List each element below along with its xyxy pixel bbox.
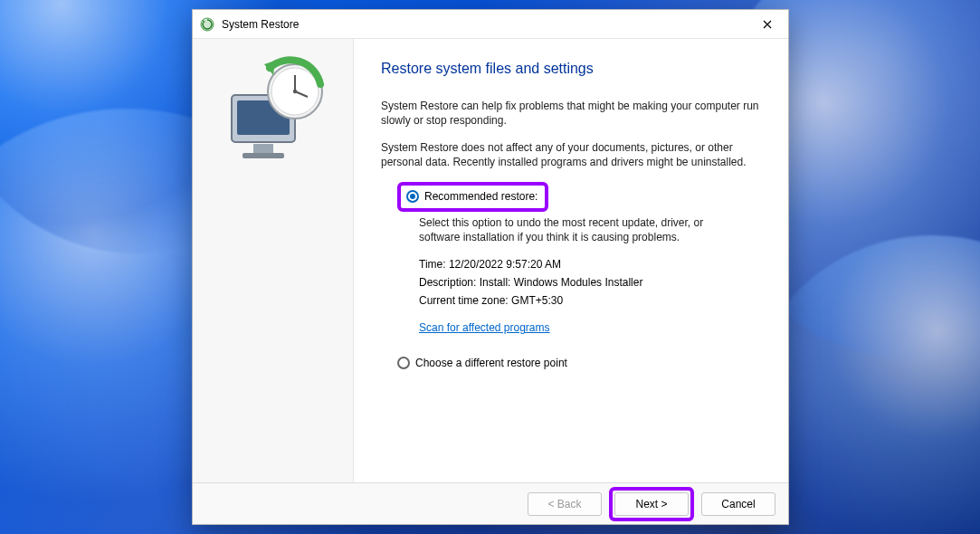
next-button[interactable]: Next >: [614, 492, 689, 516]
cancel-button[interactable]: Cancel: [701, 492, 775, 516]
highlight-recommended: Recommended restore:: [397, 182, 548, 211]
recommended-description: Select this option to undo the most rece…: [419, 215, 718, 244]
page-heading: Restore system files and settings: [381, 59, 761, 79]
scan-affected-programs-link[interactable]: Scan for affected programs: [419, 320, 550, 335]
svg-rect-4: [243, 153, 284, 158]
wizard-content: Restore system files and settings System…: [354, 39, 788, 482]
svg-point-9: [292, 90, 296, 93]
restore-timezone: Current time zone: GMT+5:30: [419, 293, 761, 308]
system-restore-dialog: System Restore: [192, 9, 789, 525]
titlebar[interactable]: System Restore: [193, 10, 788, 39]
intro-text-1: System Restore can help fix problems tha…: [381, 99, 761, 128]
restore-description: Description: Install: Windows Modules In…: [419, 275, 761, 290]
svg-rect-3: [253, 144, 273, 153]
system-restore-hero-icon: [215, 52, 331, 167]
restore-time: Time: 12/20/2022 9:57:20 AM: [419, 257, 761, 272]
intro-text-2: System Restore does not affect any of yo…: [381, 140, 761, 169]
highlight-next: Next >: [609, 487, 694, 521]
wizard-footer: < Back Next > Cancel: [193, 482, 788, 524]
wizard-sidebar: [193, 39, 354, 482]
system-restore-icon: [200, 17, 214, 32]
radio-recommended-label[interactable]: Recommended restore:: [424, 189, 538, 204]
back-button: < Back: [528, 492, 602, 516]
radio-recommended[interactable]: [406, 190, 419, 203]
window-title: System Restore: [222, 18, 747, 31]
radio-choose-different[interactable]: [397, 357, 410, 369]
close-button[interactable]: [747, 10, 788, 39]
radio-choose-different-label[interactable]: Choose a different restore point: [415, 356, 567, 370]
